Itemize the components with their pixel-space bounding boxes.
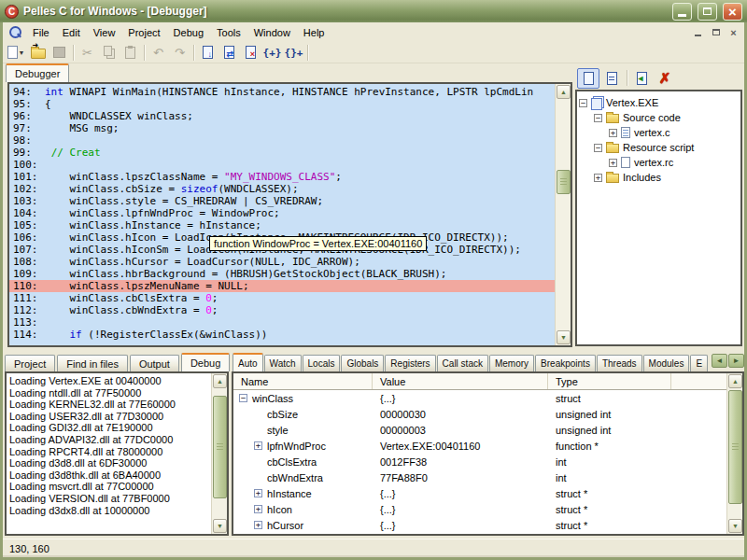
dropdown-arrow-icon[interactable]: ▼ [19,49,26,56]
scroll-down-icon[interactable]: ▼ [213,519,227,533]
watch-row-hicon[interactable]: +hIcon{...}struct * [233,501,726,517]
paste-button[interactable] [120,43,141,63]
cut-button[interactable]: ✂ [77,43,98,63]
project-toolbar: ◄✗ [575,66,744,90]
tree-node-includes[interactable]: +Includes [594,170,739,185]
goto-line-button[interactable]: ↓ [197,43,218,63]
tree-node-vertex-rc[interactable]: +vertex.rc [609,155,739,170]
redo-button[interactable]: ↷ [169,43,190,63]
watch-row-cbsize[interactable]: +cbSize00000030unsigned int [233,406,726,422]
close-brace-button[interactable]: {}+ [283,43,304,63]
project-files-button[interactable] [577,68,599,89]
delete-marks-button[interactable]: × [240,43,261,63]
mdi-restore-button[interactable] [708,25,724,39]
tab-scroll-left-icon[interactable]: ◄ [712,354,727,368]
menu-window[interactable]: Window [247,25,297,40]
watch-scroll-thumb[interactable] [728,390,742,504]
watch-row-winclass[interactable]: −winClass{...}struct [233,390,726,406]
menu-help[interactable]: Help [297,25,331,40]
column-header-value[interactable]: Value [373,373,548,389]
tree-expander-icon[interactable]: − [594,144,602,152]
tab-debug[interactable]: Debug [181,353,230,371]
scroll-up-icon[interactable]: ▲ [213,374,227,388]
row-expander-icon[interactable]: + [254,441,262,450]
tab-breakpoints[interactable]: Breakpoints [535,355,596,371]
tab-project[interactable]: Project [5,355,55,371]
mdi-minimize-button[interactable] [690,25,706,39]
remove-file-button[interactable]: ✗ [654,68,676,89]
tab-e[interactable]: E [690,355,708,371]
tab-watch[interactable]: Watch [264,355,302,371]
restore-button[interactable] [698,3,717,21]
scroll-down-icon[interactable]: ▼ [557,330,571,344]
tab-registers[interactable]: Registers [385,355,435,371]
tab-call-stack[interactable]: Call stack [437,355,488,371]
scroll-down-icon[interactable]: ▼ [728,519,742,533]
tab-modules[interactable]: Modules [643,355,690,371]
row-expander-icon[interactable]: + [254,521,262,529]
output-scroll-thumb[interactable] [213,396,227,498]
open-brace-button[interactable]: {+} [261,43,283,63]
menu-view[interactable]: View [87,25,122,40]
tree-expander-icon[interactable]: − [579,99,587,107]
swap-source-button[interactable]: ⇄ [218,43,240,63]
undo-button[interactable]: ↶ [148,43,169,63]
line-number: 106: [9,231,45,244]
row-expander-icon[interactable]: + [254,489,262,497]
tab-auto[interactable]: Auto [233,353,263,371]
tree-node-resource-script[interactable]: −Resource script [594,140,739,155]
tab-scroll-right-icon[interactable]: ► [728,354,744,368]
save-button[interactable] [49,43,70,63]
menu-debug[interactable]: Debug [167,25,210,40]
watch-row-cbclsextra[interactable]: +cbClsExtra0012FF38int [233,454,726,469]
mdi-close-button[interactable]: × [726,25,741,39]
output-scrollbar[interactable]: ▲ ▼ [211,373,227,534]
line-number: 97: [9,122,45,134]
copy-button[interactable] [98,43,120,63]
menu-project[interactable]: Project [121,25,166,40]
tree-expander-icon[interactable]: + [609,159,617,167]
column-header-name[interactable]: Name [233,373,373,389]
watch-name-cell: +cbSize [233,409,373,420]
scroll-up-icon[interactable]: ▲ [557,85,571,99]
menu-tools[interactable]: Tools [210,25,247,40]
project-symbols-button[interactable] [600,68,623,89]
debugger-magnifier-icon[interactable] [7,25,22,40]
minimize-button[interactable] [672,3,692,21]
watch-row-style[interactable]: +style00000003unsigned int [233,422,726,438]
tab-memory[interactable]: Memory [489,355,534,371]
tree-expander-icon[interactable]: + [609,129,617,137]
tab-output[interactable]: Output [130,355,179,371]
row-expander-icon[interactable]: + [254,505,262,513]
watch-row-cbwndextra[interactable]: +cbWndExtra77FA88F0int [233,469,726,485]
goto-definition-button[interactable]: ◄ [630,68,653,89]
tab-locals[interactable]: Locals [303,355,341,371]
tree-node-vertex-c[interactable]: +vertex.c [609,125,739,140]
column-header-type[interactable]: Type [548,373,671,389]
tab-globals[interactable]: Globals [341,355,384,371]
watch-scrollbar[interactable]: ▲ ▼ [726,373,742,534]
tab-threads[interactable]: Threads [597,355,642,371]
tab-find-in-files[interactable]: Find in files [57,355,128,371]
mdi-restore-icon [712,29,720,35]
open-file-button[interactable]: ➜ [27,43,49,63]
editor-scrollbar[interactable]: ▲ ▼ [555,84,571,345]
tree-node-vertex-exe[interactable]: −Vertex.EXE [579,95,739,110]
editor-scroll-thumb[interactable] [557,170,571,194]
watch-row-lpfnwndproc[interactable]: +lpfnWndProcVertex.EXE:00401160function … [233,438,726,454]
tree-node-source-code[interactable]: −Source code [594,110,739,125]
tab-debugger[interactable]: Debugger [6,63,69,82]
scroll-up-icon[interactable]: ▲ [728,374,742,388]
close-button[interactable] [723,3,742,21]
menu-file[interactable]: File [26,25,56,40]
watch-row-hinstance[interactable]: +hInstance{...}struct * [233,485,726,501]
watch-value: Vertex.EXE:00401160 [373,441,548,452]
code-editor[interactable]: 94:int WINAPI WinMain(HINSTANCE hInstanc… [7,82,572,347]
tree-expander-icon[interactable]: + [594,174,602,182]
line-number: 110: [9,280,45,292]
watch-row-hcursor[interactable]: +hCursor{...}struct * [233,517,726,533]
new-file-button[interactable]: ▼ [6,43,27,63]
menu-edit[interactable]: Edit [56,25,87,40]
row-expander-icon[interactable]: − [239,394,247,402]
tree-expander-icon[interactable]: − [594,114,602,122]
